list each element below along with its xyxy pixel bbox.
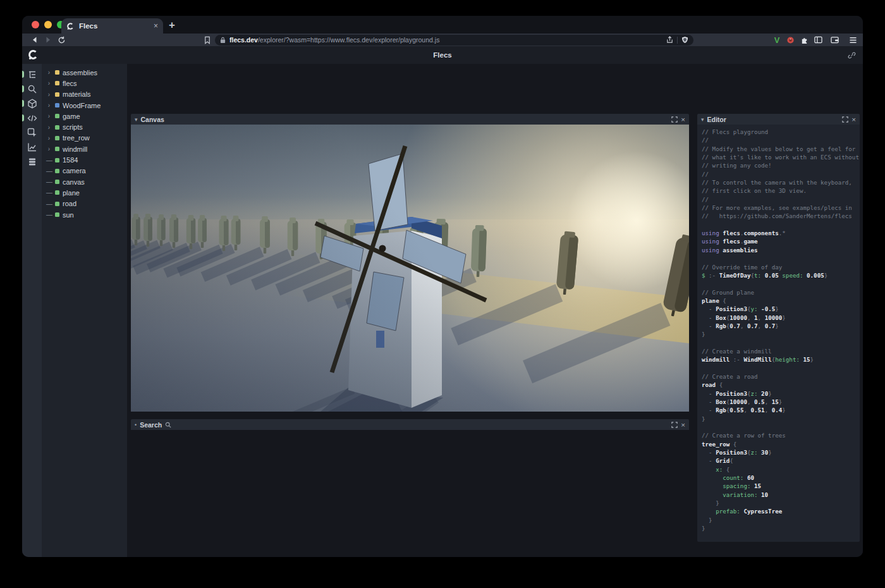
code-line: count: 60	[702, 474, 860, 482]
code-line: tree_row {	[702, 440, 860, 448]
expand-chevron-icon[interactable]: ›	[46, 91, 52, 98]
entity-label: sun	[63, 211, 74, 219]
search-panel-header[interactable]: • Search ×	[131, 419, 689, 430]
expand-chevron-icon[interactable]: ›	[46, 80, 52, 87]
tree-item-camera[interactable]: —camera	[42, 166, 127, 176]
forward-button[interactable]	[43, 35, 53, 45]
wallet-icon	[831, 36, 839, 44]
traffic-lights	[32, 21, 64, 28]
tree-item-road[interactable]: —road	[42, 199, 127, 209]
reload-button[interactable]	[56, 35, 66, 45]
collapse-caret-icon[interactable]: ▾	[135, 116, 138, 123]
entity-color-square	[55, 202, 59, 206]
tool-code-button[interactable]	[22, 111, 42, 125]
tool-outline-button[interactable]	[22, 67, 42, 82]
page-header: Flecs	[22, 46, 863, 64]
search-panel-title: Search	[140, 421, 162, 429]
browser-tab[interactable]: Flecs ×	[61, 18, 163, 34]
tree-item-plane[interactable]: —plane	[42, 187, 127, 198]
menu-button[interactable]	[847, 34, 858, 46]
close-panel-icon[interactable]: ×	[681, 422, 685, 428]
entity-label: materials	[63, 90, 91, 98]
leaf-dash-icon: —	[46, 168, 52, 175]
tool-chart-button[interactable]	[22, 140, 42, 154]
entity-color-square	[55, 103, 59, 107]
tool-search-button[interactable]	[22, 82, 42, 96]
entity-label: tree_row	[63, 134, 90, 142]
tab-close-icon[interactable]: ×	[154, 21, 158, 30]
tab-title: Flecs	[79, 22, 149, 30]
close-panel-icon[interactable]: ×	[851, 116, 856, 123]
entity-label: road	[63, 200, 76, 207]
fullscreen-icon[interactable]	[671, 422, 678, 428]
tree-item-canvas[interactable]: —canvas	[42, 176, 127, 187]
entity-label: WoodFrame	[63, 102, 101, 109]
close-panel-icon[interactable]: ×	[681, 116, 685, 123]
back-button[interactable]	[30, 35, 40, 45]
wallet-button[interactable]	[829, 34, 840, 46]
code-line: - Position3{z: 20}	[702, 389, 860, 398]
editor-panel-header[interactable]: ▾ Editor ×	[697, 114, 860, 125]
inspect-icon	[27, 128, 37, 138]
entity-label: camera	[63, 167, 86, 175]
code-line: prefab: CypressTree	[702, 507, 860, 515]
entity-color-square	[55, 180, 59, 184]
3d-canvas[interactable]	[131, 125, 689, 412]
collapse-caret-icon[interactable]: ▾	[701, 116, 704, 123]
share-link-icon[interactable]	[848, 51, 856, 59]
tree-item-scripts[interactable]: ›scripts	[42, 121, 127, 132]
code-editor[interactable]: // Flecs playground//// Modify the value…	[697, 125, 860, 542]
tree-item-materials[interactable]: ›materials	[42, 89, 127, 100]
fullscreen-icon[interactable]	[842, 116, 848, 123]
code-line: // Ground plane	[702, 288, 860, 297]
code-line: - Position3{z: 30}	[702, 448, 860, 456]
code-line: }	[702, 524, 860, 532]
code-line: using assemblies	[702, 246, 860, 254]
code-line: // For more examples, see examples/plecs…	[702, 204, 860, 212]
sidebar-toggle-button[interactable]	[812, 34, 824, 46]
extension-recorder-button[interactable]	[784, 34, 796, 46]
url-path: /explorer/?wasm=https://www.flecs.dev/ex…	[258, 36, 439, 44]
tree-item-assemblies[interactable]: ›assemblies	[42, 67, 127, 78]
code-line	[702, 254, 860, 262]
tool-cube-button[interactable]	[22, 96, 42, 111]
url-bar[interactable]: flecs.dev/explorer/?wasm=https://www.fle…	[215, 35, 693, 46]
bookmarks-button[interactable]	[202, 35, 212, 45]
collapsed-dot-icon[interactable]: •	[135, 422, 137, 428]
expand-chevron-icon[interactable]: ›	[46, 113, 52, 119]
code-line: $ :- TimeOfDay{t: 0.05 speed: 0.005}	[702, 271, 860, 279]
tree-item-game[interactable]: ›game	[42, 111, 127, 121]
code-line: }	[702, 516, 860, 524]
fullscreen-icon[interactable]	[671, 116, 678, 123]
code-line: }	[702, 499, 860, 507]
expand-chevron-icon[interactable]: ›	[46, 69, 52, 76]
shield-icon[interactable]	[681, 36, 688, 44]
extensions-button[interactable]	[798, 34, 810, 46]
new-tab-button[interactable]: +	[169, 18, 175, 33]
expand-chevron-icon[interactable]: ›	[46, 135, 52, 142]
flecs-favicon	[66, 22, 75, 30]
tool-rows-button[interactable]	[22, 154, 42, 169]
shadow-vignette	[131, 125, 689, 412]
close-window-button[interactable]	[32, 21, 39, 28]
code-icon	[27, 113, 37, 123]
expand-chevron-icon[interactable]: ›	[46, 124, 52, 131]
tree-item-flecs[interactable]: ›flecs	[42, 78, 127, 89]
share-icon[interactable]	[666, 36, 673, 44]
minimize-window-button[interactable]	[44, 21, 52, 28]
expand-chevron-icon[interactable]: ›	[46, 102, 52, 109]
expand-chevron-icon[interactable]: ›	[46, 145, 52, 152]
url-text: flecs.dev/explorer/?wasm=https://www.fle…	[229, 36, 662, 44]
tree-item-sun[interactable]: —sun	[42, 209, 127, 220]
tree-item-windmill[interactable]: ›windmill	[42, 144, 127, 154]
tree-item-WoodFrame[interactable]: ›WoodFrame	[42, 100, 127, 111]
editor-panel-title: Editor	[707, 116, 726, 123]
tool-inspect-button[interactable]	[22, 125, 42, 140]
extension-v-button[interactable]: V	[771, 34, 783, 46]
browser-window: Flecs × + flecs.dev/explorer/?wasm=http	[22, 16, 863, 557]
tree-item-1584[interactable]: —1584	[42, 154, 127, 165]
url-divider	[677, 37, 678, 44]
tree-item-tree_row[interactable]: ›tree_row	[42, 133, 127, 144]
canvas-panel-header[interactable]: ▾ Canvas ×	[131, 114, 689, 125]
entity-label: 1584	[63, 156, 78, 164]
